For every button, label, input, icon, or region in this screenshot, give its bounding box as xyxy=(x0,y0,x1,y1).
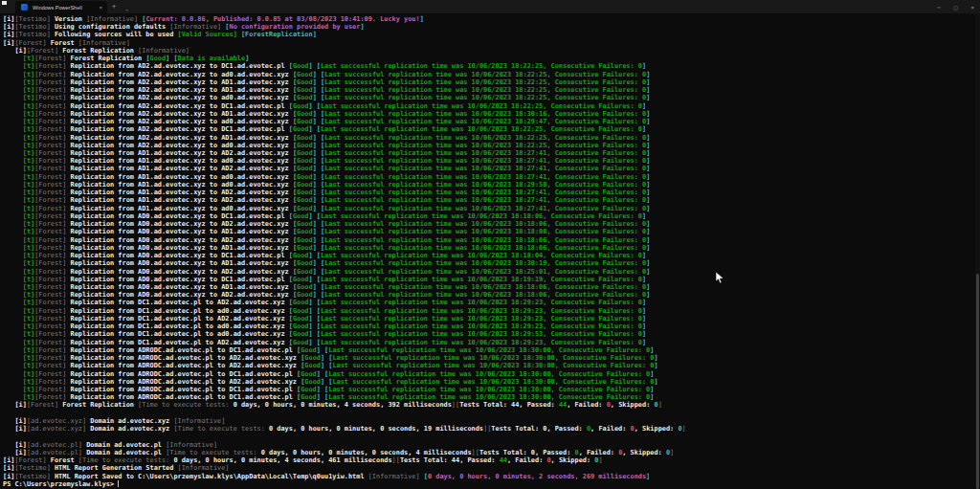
text-segment: Good xyxy=(297,189,313,196)
text-segment: [Forest] xyxy=(34,149,70,157)
text-segment: ] xyxy=(646,173,650,181)
text-segment: Replication from AD1.ad.evotec.xyz to ad… xyxy=(71,181,293,189)
replication-test-line: [t][Forest] Replication from AD2.ad.evot… xyxy=(3,62,978,70)
text-segment: [Testimo] xyxy=(14,23,55,31)
text-segment: [t] xyxy=(23,228,34,235)
text-segment: Last successful replication time was 10/… xyxy=(324,244,646,252)
terminal-window: Windows PowerShell × + ⌄ ─ □ × [i][Testi… xyxy=(0,0,980,489)
tab-close-icon[interactable]: × xyxy=(99,5,102,11)
text-segment: ] xyxy=(646,283,650,291)
text-segment: [t] xyxy=(23,339,34,346)
text-segment: Good xyxy=(297,149,313,157)
text-segment: Last successful replication time was 10/… xyxy=(324,283,646,291)
text-segment: [Testimo] xyxy=(14,31,55,38)
text-segment: [Forest] xyxy=(34,94,70,101)
text-segment: Replication from AD0.ad.evotec.xyz to AD… xyxy=(71,220,293,228)
text-segment: [Forest] xyxy=(34,125,70,133)
replication-test-line: [t][Forest] Replication from AD1.ad.evot… xyxy=(3,189,978,196)
new-tab-button[interactable]: + xyxy=(112,2,116,11)
text-segment: No configuration provided by user xyxy=(230,23,361,31)
text-segment: [Forest] xyxy=(34,181,70,189)
text-segment: ] xyxy=(646,196,650,204)
text-segment: Last successful replication time was 10/… xyxy=(321,276,642,283)
text-segment: Replication from AD0.ad.evotec.xyz to DC… xyxy=(71,212,289,220)
text-segment: [t] xyxy=(23,205,34,212)
text-segment: Last successful replication time was 10/… xyxy=(324,110,646,118)
title-bar: Windows PowerShell × + ⌄ ─ □ × xyxy=(0,0,980,13)
minimize-button[interactable]: ─ xyxy=(937,4,941,11)
text-segment: Replication from AD0.ad.evotec.xyz to AD… xyxy=(71,244,293,252)
text-segment: Last successful replication time was 10/… xyxy=(321,315,642,322)
text-segment: Good xyxy=(297,291,313,299)
text-segment: Last successful replication time was 10/… xyxy=(324,78,646,86)
text-segment: Replication from ADRODC.ad.evotec.pl to … xyxy=(71,362,301,369)
replication-test-line: [t][Forest] Replication from AD0.ad.evot… xyxy=(3,268,978,276)
terminal-body[interactable]: [i][Testimo] Version [Informative] [Curr… xyxy=(0,13,978,489)
text-segment: , Skipped: xyxy=(551,456,595,464)
text-segment: [i] xyxy=(14,401,26,409)
text-segment: Replication from AD0.ad.evotec.xyz to AD… xyxy=(71,236,293,244)
text-segment: ] [ xyxy=(313,134,324,142)
replication-test-line: [t][Forest] Replication from AD1.ad.evot… xyxy=(3,149,978,157)
text-segment: ] xyxy=(598,456,602,464)
text-segment: [t] xyxy=(23,78,34,86)
terminal-line: [i][Forest] Forest [Informative] xyxy=(3,39,978,47)
terminal-line: [t][Forest] Forest Replication [Good] [D… xyxy=(3,55,978,62)
text-segment: ] xyxy=(646,259,650,267)
text-segment: Good xyxy=(297,71,313,78)
text-segment: Data is available xyxy=(178,55,246,62)
text-segment: [t] xyxy=(23,55,34,62)
text-segment: 0 days, 0 hours, 0 minutes, 0 seconds, 4… xyxy=(261,449,472,456)
text-segment: Replication from AD2.ad.evotec.xyz to AD… xyxy=(71,86,293,94)
text-segment: , Failed: xyxy=(579,449,619,456)
text-segment: [Forest] xyxy=(34,283,70,291)
text-segment: [t] xyxy=(23,149,34,157)
text-segment: [t] xyxy=(23,220,34,228)
text-segment: [Forest] xyxy=(34,291,70,299)
text-segment: [Forest] xyxy=(34,55,70,62)
replication-test-line: [t][Forest] Replication from DC1.ad.evot… xyxy=(3,307,978,315)
text-segment: Last successful replication time was 10/… xyxy=(324,71,646,78)
replication-test-line: [t][Forest] Replication from AD2.ad.evot… xyxy=(3,86,978,94)
replication-test-line: [t][Forest] Replication from AD0.ad.evot… xyxy=(3,259,978,267)
text-segment: ] [ xyxy=(313,283,324,291)
text-segment: Good xyxy=(301,393,317,401)
maximize-button[interactable]: □ xyxy=(954,4,958,11)
text-segment: Forest Replication xyxy=(62,47,138,55)
text-segment: [Informative] xyxy=(86,15,142,23)
text-segment: ] xyxy=(658,401,662,409)
text-segment: ] [ xyxy=(308,276,320,283)
text-segment: ] xyxy=(646,165,650,172)
text-segment: ] xyxy=(646,134,650,142)
terminal-line: [i][Forest] Forest Replication [Time to … xyxy=(3,401,978,409)
text-segment: Last successful replication time was 10/… xyxy=(321,62,642,70)
text-segment: Replication from AD2.ad.evotec.xyz to AD… xyxy=(71,78,293,86)
scrollbar-thumb[interactable] xyxy=(976,274,979,489)
tab-dropdown-icon[interactable]: ⌄ xyxy=(125,4,128,13)
text-segment: [Forest] xyxy=(34,307,70,315)
replication-test-line: [t][Forest] Replication from AD2.ad.evot… xyxy=(3,125,978,133)
text-segment: Good xyxy=(297,181,313,189)
text-segment: , Skipped: xyxy=(622,449,666,456)
text-segment: Last successful replication time was 10/… xyxy=(328,346,650,354)
text-segment: [t] xyxy=(23,299,34,306)
text-segment: Replication from AD2.ad.evotec.xyz to AD… xyxy=(71,110,293,118)
close-button[interactable]: × xyxy=(970,4,974,11)
text-segment: 0 days, 0 hours, 0 minutes, 2 seconds, 2… xyxy=(428,473,646,480)
text-segment: ] xyxy=(646,268,650,276)
text-segment: ] xyxy=(646,110,650,118)
text-segment: Replication from AD1.ad.evotec.xyz to AD… xyxy=(71,196,293,204)
text-segment: Using configuration defaults xyxy=(55,23,169,31)
text-segment: ] xyxy=(646,473,650,480)
scrollbar[interactable] xyxy=(975,13,980,489)
text-segment: Good xyxy=(297,78,313,86)
text-segment: Good xyxy=(293,315,309,322)
text-segment: ] xyxy=(646,142,650,149)
text-segment: [Forest] xyxy=(34,268,70,276)
tab-windows-powershell[interactable]: Windows PowerShell × xyxy=(15,1,107,13)
text-segment: Good xyxy=(304,354,321,362)
text-segment: [i] xyxy=(3,473,14,480)
text-segment: ] xyxy=(646,78,650,86)
text-segment: PS C:\Users\przemyslaw.klys> xyxy=(3,480,118,488)
text-segment: [Forest] xyxy=(34,165,70,172)
